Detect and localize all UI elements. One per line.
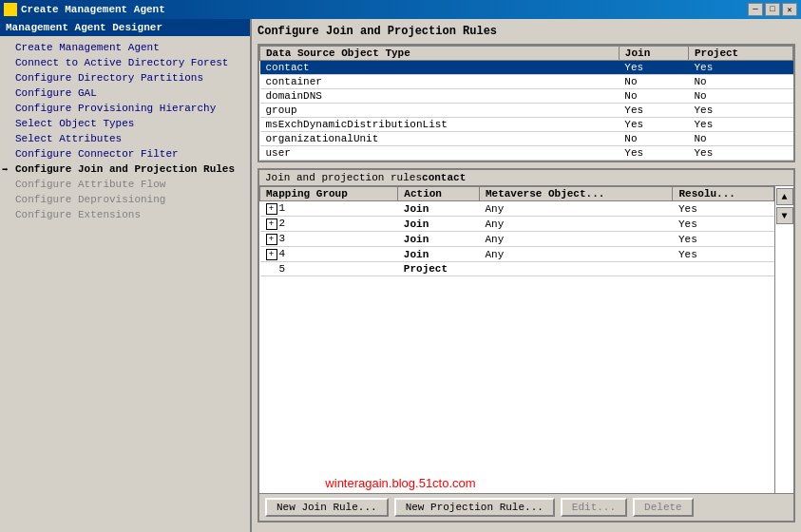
title-bar: Create Management Agent ─ □ ✕ [0, 0, 801, 19]
sidebar-item-connect[interactable]: Connect to Active Directory Forest [0, 55, 250, 70]
cell-join: Yes [619, 104, 688, 118]
new-join-rule-button[interactable]: New Join Rule... [265, 498, 389, 517]
table-row[interactable]: +1 Join Any Yes [260, 201, 774, 217]
cell-project: Yes [689, 118, 793, 132]
table-row[interactable]: container No No [260, 75, 793, 89]
cell-metaverse [479, 262, 673, 276]
cell-type: container [260, 75, 620, 89]
bottom-section-title: Join and projection rulescontact [259, 170, 793, 186]
sidebar-item-object-types[interactable]: Select Object Types [0, 116, 250, 131]
bottom-table-wrapper: Mapping Group Action Metaverse Object...… [259, 186, 793, 493]
scroll-buttons: ▲ ▼ [774, 186, 793, 493]
col-project: Project [689, 47, 793, 61]
col-action: Action [398, 187, 480, 201]
cell-metaverse: Any [479, 217, 673, 232]
cell-type: msExchDynamicDistributionList [260, 118, 620, 132]
cell-project: Yes [689, 61, 793, 75]
cell-resolu: Yes [673, 201, 774, 217]
window-icon [4, 3, 17, 16]
table-row[interactable]: user Yes Yes [260, 146, 793, 161]
cell-resolu [673, 262, 774, 276]
cell-group: +1 [260, 201, 398, 217]
scroll-up-button[interactable]: ▲ [776, 188, 793, 205]
minimize-button[interactable]: ─ [748, 3, 763, 16]
cell-type: domainDNS [260, 89, 620, 104]
table-row[interactable]: msExchDynamicDistributionList Yes Yes [260, 118, 793, 132]
cell-type: organizationalUnit [260, 132, 620, 146]
table-row[interactable]: +4 Join Any Yes [260, 247, 774, 262]
cell-resolu: Yes [673, 232, 774, 247]
cell-metaverse: Any [479, 247, 673, 262]
cell-action: Project [398, 262, 480, 276]
cell-metaverse: Any [479, 201, 673, 217]
expand-icon[interactable]: + [266, 234, 277, 245]
sidebar-item-directory[interactable]: Configure Directory Partitions [0, 70, 250, 86]
title-bar-controls: ─ □ ✕ [748, 3, 797, 16]
bottom-title-object: contact [422, 172, 466, 183]
table-row[interactable]: contact Yes Yes [260, 61, 793, 75]
expand-icon[interactable]: + [266, 249, 277, 260]
cell-type: user [260, 146, 620, 161]
table-row[interactable]: domainDNS No No [260, 89, 793, 104]
cell-group: +3 [260, 232, 398, 247]
col-join: Join [619, 47, 688, 61]
bottom-table-scroll[interactable]: Mapping Group Action Metaverse Object...… [259, 186, 774, 493]
bottom-section: Join and projection rulescontact Mapping… [257, 168, 795, 522]
scroll-down-button[interactable]: ▼ [776, 207, 793, 224]
rules-table: Mapping Group Action Metaverse Object...… [259, 186, 774, 276]
title-bar-text: Create Management Agent [4, 3, 165, 16]
sidebar-header: Management Agent Designer [0, 19, 250, 36]
cell-project: Yes [689, 146, 793, 161]
delete-button[interactable]: Delete [633, 498, 694, 517]
content-area: Configure Join and Projection Rules Data… [252, 19, 801, 532]
sidebar-item-connector[interactable]: Configure Connector Filter [0, 146, 250, 162]
sidebar-item-join[interactable]: Configure Join and Projection Rules [0, 162, 250, 177]
table-row[interactable]: 5 Project [260, 262, 774, 276]
table-row[interactable]: +2 Join Any Yes [260, 217, 774, 232]
table-row[interactable]: +3 Join Any Yes [260, 232, 774, 247]
cell-join: No [619, 132, 688, 146]
cell-project: Yes [689, 104, 793, 118]
cell-group: +2 [260, 217, 398, 232]
main-container: Management Agent Designer Create Managem… [0, 19, 801, 532]
cell-resolu: Yes [673, 247, 774, 262]
cell-group: 5 [260, 262, 398, 276]
sidebar-item-provisioning[interactable]: Configure Provisioning Hierarchy [0, 101, 250, 116]
cell-join: Yes [619, 61, 688, 75]
cell-type: contact [260, 61, 620, 75]
top-table-panel: Data Source Object Type Join Project con… [257, 44, 795, 162]
cell-join: No [619, 89, 688, 104]
cell-resolu: Yes [673, 217, 774, 232]
sidebar-items: Create Management Agent Connect to Activ… [0, 36, 250, 532]
content-title: Configure Join and Projection Rules [257, 25, 795, 38]
cell-action: Join [398, 232, 480, 247]
window-title: Create Management Agent [21, 4, 165, 15]
col-resolu: Resolu... [673, 187, 774, 201]
object-type-table: Data Source Object Type Join Project con… [259, 46, 793, 161]
sidebar-item-create[interactable]: Create Management Agent [0, 40, 250, 55]
cell-type: group [260, 104, 620, 118]
cell-join: No [619, 75, 688, 89]
sidebar-item-extensions[interactable]: Configure Extensions [0, 207, 250, 222]
sidebar-item-gal[interactable]: Configure GAL [0, 86, 250, 101]
close-button[interactable]: ✕ [782, 3, 797, 16]
table-row[interactable]: group Yes Yes [260, 104, 793, 118]
sidebar-item-attr-flow[interactable]: Configure Attribute Flow [0, 177, 250, 192]
cell-project: No [689, 89, 793, 104]
bottom-title-prefix: Join and projection rules [265, 172, 422, 183]
new-projection-rule-button[interactable]: New Projection Rule... [394, 498, 555, 517]
sidebar-item-attributes[interactable]: Select Attributes [0, 131, 250, 146]
col-metaverse: Metaverse Object... [479, 187, 673, 201]
col-mapping-group: Mapping Group [260, 187, 398, 201]
edit-button[interactable]: Edit... [561, 498, 627, 517]
cell-metaverse: Any [479, 232, 673, 247]
sidebar: Management Agent Designer Create Managem… [0, 19, 252, 532]
maximize-button[interactable]: □ [765, 3, 780, 16]
expand-icon[interactable]: + [266, 218, 277, 230]
cell-action: Join [398, 201, 480, 217]
cell-join: Yes [619, 118, 688, 132]
expand-icon[interactable]: + [266, 203, 277, 215]
table-row[interactable]: organizationalUnit No No [260, 132, 793, 146]
cell-join: Yes [619, 146, 688, 161]
sidebar-item-deprovisioning[interactable]: Configure Deprovisioning [0, 192, 250, 207]
